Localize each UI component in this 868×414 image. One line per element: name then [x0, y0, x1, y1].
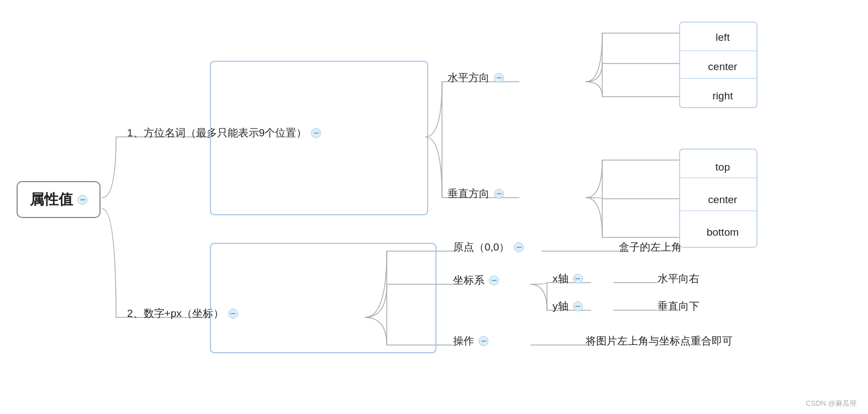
- root-node: 属性值: [17, 181, 101, 218]
- yuandian-minus[interactable]: [514, 242, 524, 252]
- xzhou-value: 水平向右: [657, 272, 699, 286]
- yuandian-value: 盒子的左上角: [619, 240, 682, 254]
- xzhou-node: x轴: [553, 272, 583, 286]
- branch1-node: 1、方位名词（最多只能表示9个位置）: [127, 126, 321, 140]
- yzhou-value: 垂直向下: [657, 299, 699, 314]
- shuiping-node: 水平方向: [448, 71, 504, 85]
- root-minus[interactable]: [77, 195, 87, 205]
- watermark: CSDN @麻瓜呀: [806, 399, 857, 408]
- xzhou-minus[interactable]: [573, 274, 583, 284]
- caozuo-value: 将图片左上角与坐标点重合即可: [586, 334, 733, 348]
- chuzhi-minus[interactable]: [494, 189, 504, 199]
- zuobiaoxi-node: 坐标系: [453, 273, 499, 288]
- shuiping-minus[interactable]: [494, 73, 504, 83]
- diagram: 属性值 1、方位名词（最多只能表示9个位置） 水平方向 垂直方向 left ce…: [0, 0, 868, 414]
- branch2-node: 2、数字+px（坐标）: [127, 306, 238, 321]
- v-options-group: top center bottom: [684, 151, 761, 249]
- chuzhi-node: 垂直方向: [448, 187, 504, 201]
- yzhou-node: y轴: [553, 299, 583, 314]
- yzhou-minus[interactable]: [573, 301, 583, 311]
- branch2-box: [210, 243, 436, 353]
- branch1-minus[interactable]: [311, 128, 321, 138]
- branch2-minus[interactable]: [228, 309, 238, 319]
- zuobiaoxi-minus[interactable]: [489, 275, 499, 285]
- caozuo-node: 操作: [453, 334, 488, 348]
- caozuo-minus[interactable]: [478, 336, 488, 346]
- yuandian-node: 原点（0,0）: [453, 240, 524, 254]
- h-options-group: left center right: [684, 23, 761, 110]
